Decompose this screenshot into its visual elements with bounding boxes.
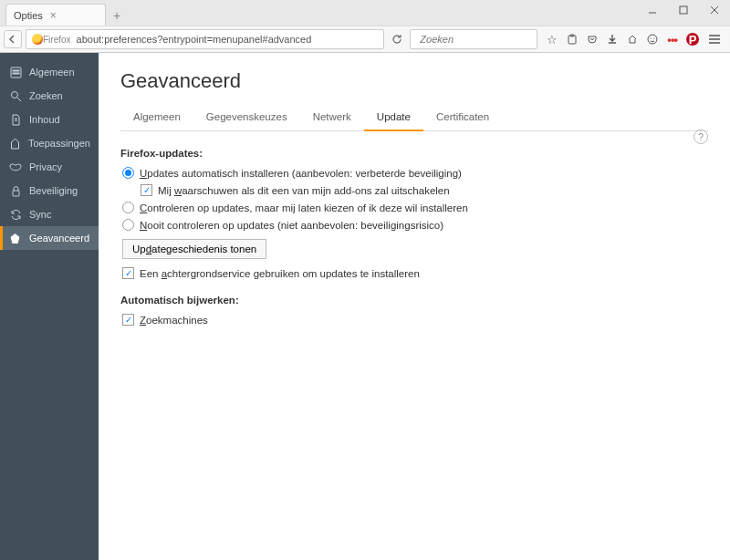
- applications-icon: [9, 138, 21, 150]
- sidebar-item-content[interactable]: Inhoud: [0, 108, 99, 131]
- radio-icon: [122, 167, 134, 179]
- minimize-button[interactable]: [637, 0, 668, 20]
- section-firefox-updates: Firefox-updates:: [120, 148, 708, 159]
- toolbar-icons: ☆ ••• P: [541, 33, 726, 47]
- checkbox-icon: [141, 184, 152, 196]
- update-history-button[interactable]: Updategeschiedenis tonen: [122, 239, 266, 259]
- svg-point-8: [648, 35, 657, 44]
- pocket-icon[interactable]: [587, 34, 598, 45]
- checkbox-label: Een achtergrondservice gebruiken om upda…: [140, 268, 420, 279]
- close-tab-icon[interactable]: ×: [50, 9, 57, 22]
- sidebar-label: Sync: [29, 209, 51, 220]
- sync-icon: [9, 209, 22, 221]
- checkbox-icon: [122, 267, 134, 279]
- subtab-certificates[interactable]: Certificaten: [423, 104, 502, 130]
- search-bar[interactable]: [410, 29, 537, 49]
- svg-rect-16: [13, 73, 19, 74]
- checkbox-label: Zoekmachines: [140, 315, 208, 326]
- sidebar-label: Inhoud: [29, 114, 60, 125]
- sidebar-item-advanced[interactable]: Geavanceerd: [0, 226, 99, 250]
- sidebar-item-sync[interactable]: Sync: [0, 202, 99, 226]
- back-button[interactable]: [4, 30, 22, 48]
- tab-title: Opties: [14, 10, 43, 21]
- radio-icon: [122, 202, 134, 213]
- preferences-content: Geavanceerd ? Algemeen Gegevenskeuzes Ne…: [99, 53, 730, 560]
- search-icon: [9, 90, 22, 102]
- radio-auto-install[interactable]: Updates automatisch installeren (aanbevo…: [120, 164, 708, 181]
- help-icon[interactable]: ?: [694, 130, 708, 144]
- url-bar[interactable]: Firefox: [26, 29, 384, 49]
- advanced-subtabs: Algemeen Gegevenskeuzes Netwerk Update C…: [120, 104, 708, 131]
- browser-tab[interactable]: Opties ×: [5, 4, 106, 26]
- svg-rect-1: [680, 6, 687, 14]
- sidebar-label: Zoeken: [29, 90, 63, 101]
- checkbox-warn-addons[interactable]: Mij waarschuwen als dit een van mijn add…: [120, 181, 708, 199]
- sidebar-label: Toepassingen: [28, 138, 90, 149]
- sidebar-label: Beveiliging: [29, 185, 78, 196]
- checkbox-label: Mij waarschuwen als dit een van mijn add…: [158, 185, 450, 196]
- sidebar-label: Privacy: [29, 161, 62, 172]
- svg-line-18: [17, 98, 21, 101]
- sidebar-label: Geavanceerd: [29, 233, 89, 244]
- pinterest-icon[interactable]: P: [686, 33, 699, 46]
- svg-rect-21: [13, 191, 19, 196]
- sidebar-item-security[interactable]: Beveiliging: [0, 179, 99, 202]
- firefox-identity-icon: [32, 34, 43, 45]
- checkbox-search-engines[interactable]: Zoekmachines: [120, 311, 708, 328]
- home-icon[interactable]: [627, 34, 638, 45]
- more-icon[interactable]: •••: [667, 33, 677, 47]
- subtab-network[interactable]: Netwerk: [300, 104, 364, 130]
- subtab-update[interactable]: Update: [364, 104, 423, 131]
- tab-strip: Opties × +: [0, 0, 730, 26]
- svg-rect-15: [13, 70, 19, 71]
- radio-check-choose[interactable]: Controleren op updates, maar mij laten k…: [120, 199, 708, 216]
- identity-label: Firefox: [43, 35, 71, 45]
- menu-icon[interactable]: [708, 34, 721, 45]
- svg-point-17: [11, 91, 17, 98]
- sidebar-label: Algemeen: [29, 67, 75, 78]
- reload-button[interactable]: [388, 34, 406, 45]
- radio-label: Updates automatisch installeren (aanbevo…: [140, 168, 462, 179]
- page-title: Geavanceerd: [120, 69, 708, 93]
- sidebar-item-general[interactable]: Algemeen: [0, 60, 99, 84]
- downloads-icon[interactable]: [607, 34, 618, 45]
- svg-point-9: [651, 37, 652, 38]
- radio-icon: [122, 219, 134, 231]
- preferences-sidebar: Algemeen Zoeken Inhoud Toepassingen Priv…: [0, 53, 99, 560]
- checkbox-background-service[interactable]: Een achtergrondservice gebruiken om upda…: [120, 264, 708, 282]
- section-auto-update: Automatisch bijwerken:: [120, 295, 708, 306]
- search-input[interactable]: [420, 34, 547, 45]
- general-icon: [9, 67, 22, 78]
- main-area: Algemeen Zoeken Inhoud Toepassingen Priv…: [0, 53, 730, 560]
- document-icon: [9, 114, 22, 126]
- subtab-general[interactable]: Algemeen: [120, 104, 193, 130]
- radio-label: Controleren op updates, maar mij laten k…: [140, 202, 468, 213]
- clipboard-icon[interactable]: [567, 34, 578, 45]
- new-tab-button[interactable]: +: [106, 5, 128, 26]
- mask-icon: [9, 163, 22, 171]
- checkbox-icon: [122, 314, 134, 326]
- advanced-icon: [9, 233, 22, 244]
- url-input[interactable]: [77, 34, 379, 45]
- lock-icon: [9, 185, 22, 197]
- smiley-icon[interactable]: [647, 34, 658, 45]
- sidebar-item-privacy[interactable]: Privacy: [0, 155, 99, 179]
- sidebar-item-applications[interactable]: Toepassingen: [0, 131, 99, 155]
- subtab-datachoices[interactable]: Gegevenskeuzes: [193, 104, 300, 130]
- radio-label: Nooit controleren op updates (niet aanbe…: [140, 220, 443, 231]
- bookmark-star-icon[interactable]: ☆: [547, 33, 558, 47]
- svg-point-10: [654, 37, 655, 38]
- sidebar-item-search[interactable]: Zoeken: [0, 84, 99, 108]
- maximize-button[interactable]: [668, 0, 699, 20]
- close-button[interactable]: [699, 0, 730, 20]
- navigation-toolbar: Firefox ☆ ••• P: [0, 26, 730, 53]
- radio-never-check[interactable]: Nooit controleren op updates (niet aanbe…: [120, 216, 708, 233]
- window-controls: [637, 0, 730, 20]
